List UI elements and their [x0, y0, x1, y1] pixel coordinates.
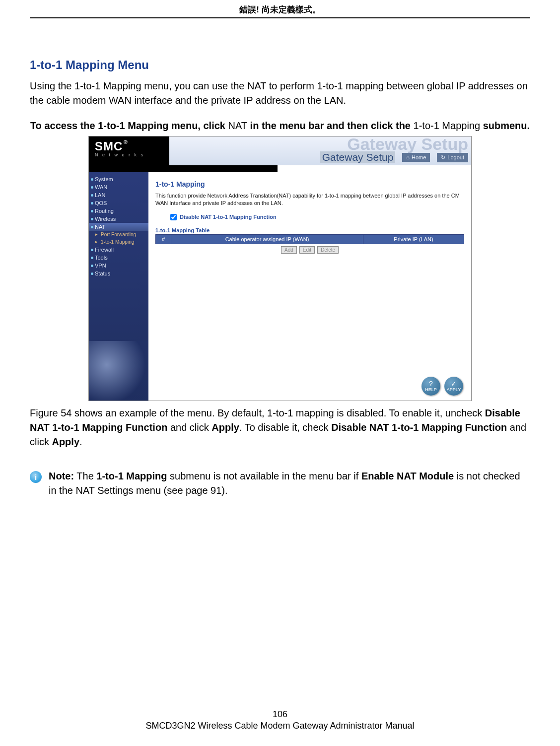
fig-bold-3: Disable NAT 1-to-1 Mapping Function [331, 422, 507, 433]
disable-mapping-label: Disable NAT 1-to-1 Mapping Function [180, 214, 277, 220]
panel-description: This function provide Network Address Tr… [155, 192, 464, 207]
home-icon: ⌂ [406, 154, 410, 160]
fig-bold-2: Apply [211, 422, 239, 433]
table-col-index: # [156, 234, 171, 244]
page-number: 106 [0, 709, 560, 720]
panel-title: 1-to-1 Mapping [155, 180, 464, 188]
table-col-wan: Cable operator assigned IP (WAN) [171, 234, 363, 244]
apply-button[interactable]: ✓APPLY [444, 377, 463, 396]
fig-mid-1: and click [167, 422, 211, 433]
home-link[interactable]: ⌂Home [402, 153, 430, 162]
page-header-error: 錯誤! 尚未定義樣式。 [30, 0, 530, 17]
sidebar-item-lan[interactable]: LAN [89, 191, 148, 199]
access-text-post: submenu. [480, 120, 530, 131]
sidebar-sub-port-forwarding[interactable]: Port Forwarding [89, 231, 148, 238]
note-1: The [74, 471, 96, 481]
logo-reg: ® [124, 139, 128, 145]
disable-mapping-checkbox[interactable] [170, 214, 177, 220]
logo-subtext: N e t w o r k s [95, 152, 164, 157]
note-bold-2: Enable NAT Module [361, 471, 454, 481]
logout-label: Logout [447, 154, 464, 160]
note-text: Note: The 1-to-1 Mapping submenu is not … [49, 469, 530, 498]
black-strip [89, 165, 278, 172]
access-text-pre: To access the 1-to-1 Mapping menu, click [30, 120, 228, 131]
shot-body: System WAN LAN QOS Routing Wireless NAT … [89, 172, 471, 401]
shot-header: SMC® N e t w o r k s Gateway Setup Gatew… [89, 136, 471, 165]
smc-logo: SMC® N e t w o r k s [89, 136, 169, 165]
note-bold-1: 1-to-1 Mapping [96, 471, 167, 481]
apply-label: APPLY [447, 387, 461, 392]
sidebar-item-qos[interactable]: QOS [89, 199, 148, 207]
header-rule [30, 17, 530, 18]
shot-header-right: Gateway Setup Gateway Setup ⌂Home ↻Logou… [169, 136, 471, 165]
figure-paragraph: Figure 54 shows an example of the menu. … [30, 406, 530, 449]
shot-main: 1-to-1 Mapping This function provide Net… [148, 172, 471, 401]
access-sub: 1-to-1 Mapping [414, 120, 481, 131]
help-icon: ? [429, 380, 433, 387]
access-nat: NAT [228, 120, 248, 131]
section-title: 1-to-1 Mapping Menu [30, 58, 530, 72]
embedded-screenshot: SMC® N e t w o r k s Gateway Setup Gatew… [88, 136, 472, 401]
disable-mapping-row: Disable NAT 1-to-1 Mapping Function [170, 214, 464, 220]
header-toolbar: Gateway Setup ⌂Home ↻Logout [320, 151, 468, 163]
info-icon: i [30, 471, 42, 483]
logout-link[interactable]: ↻Logout [437, 153, 468, 162]
fig-bold-4: Apply [52, 436, 79, 447]
sidebar-sub-1to1-mapping[interactable]: 1-to-1 Mapping [89, 238, 148, 246]
table-button-row: Add Edit Delete [155, 246, 464, 254]
sidebar-item-tools[interactable]: Tools [89, 254, 148, 262]
table-col-lan: Private IP (LAN) [363, 234, 464, 244]
sidebar-item-routing[interactable]: Routing [89, 207, 148, 215]
note-2: submenu is not available in the menu bar… [167, 471, 361, 481]
note-label: Note: [49, 471, 74, 481]
home-label: Home [412, 154, 426, 160]
mapping-table: # Cable operator assigned IP (WAN) Priva… [155, 234, 464, 244]
sidebar-item-wireless[interactable]: Wireless [89, 215, 148, 223]
apply-icon: ✓ [451, 380, 457, 387]
page-footer: 106 SMCD3GN2 Wireless Cable Modem Gatewa… [0, 709, 560, 731]
logout-icon: ↻ [441, 154, 445, 161]
table-header-row: # Cable operator assigned IP (WAN) Priva… [156, 234, 464, 244]
help-label: HELP [425, 387, 437, 392]
shot-sidebar: System WAN LAN QOS Routing Wireless NAT … [89, 172, 148, 401]
gateway-setup-title: Gateway Setup [320, 151, 396, 163]
fig-text-1: Figure 54 shows an example of the menu. … [30, 407, 485, 418]
intro-paragraph: Using the 1-to-1 Mapping menu, you can u… [30, 79, 530, 108]
edit-button[interactable]: Edit [299, 246, 315, 254]
fig-end: . [79, 436, 82, 447]
note-row: i Note: The 1-to-1 Mapping submenu is no… [30, 469, 530, 498]
add-button[interactable]: Add [281, 246, 297, 254]
sidebar-item-status[interactable]: Status [89, 270, 148, 277]
sidebar-item-vpn[interactable]: VPN [89, 262, 148, 270]
sidebar-item-firewall[interactable]: Firewall [89, 246, 148, 254]
corner-buttons: ?HELP ✓APPLY [421, 377, 463, 396]
access-instructions: To access the 1-to-1 Mapping menu, click… [30, 119, 530, 133]
delete-button[interactable]: Delete [317, 246, 339, 254]
sidebar-decoration [89, 341, 148, 401]
footer-title: SMCD3GN2 Wireless Cable Modem Gateway Ad… [0, 721, 560, 731]
fig-mid-2: . To disable it, check [239, 422, 331, 433]
sidebar-item-nat[interactable]: NAT [89, 223, 148, 231]
help-button[interactable]: ?HELP [421, 377, 440, 396]
mapping-table-title: 1-to-1 Mapping Table [155, 227, 464, 233]
access-text-mid: in the menu bar and then click the [247, 120, 414, 131]
logo-text: SMC [95, 139, 123, 153]
sidebar-item-system[interactable]: System [89, 175, 148, 183]
sidebar-item-wan[interactable]: WAN [89, 183, 148, 191]
